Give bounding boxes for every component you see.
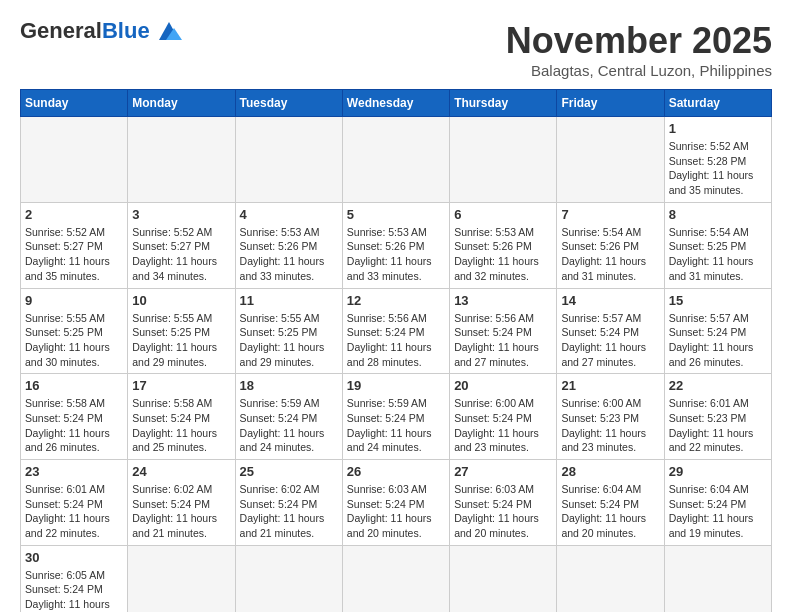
empty-cell [557,545,664,612]
day-cell: 19 Sunrise: 5:59 AMSunset: 5:24 PMDaylig… [342,374,449,460]
header-monday: Monday [128,90,235,117]
title-block: November 2025 Balagtas, Central Luzon, P… [506,20,772,79]
day-cell: 12 Sunrise: 5:56 AMSunset: 5:24 PMDaylig… [342,288,449,374]
day-cell: 5 Sunrise: 5:53 AMSunset: 5:26 PMDayligh… [342,202,449,288]
day-number: 17 [132,378,230,393]
day-info: Sunrise: 5:55 AMSunset: 5:25 PMDaylight:… [240,311,338,370]
day-info: Sunrise: 5:56 AMSunset: 5:24 PMDaylight:… [347,311,445,370]
day-cell: 22 Sunrise: 6:01 AMSunset: 5:23 PMDaylig… [664,374,771,460]
calendar-table: Sunday Monday Tuesday Wednesday Thursday… [20,89,772,612]
empty-cell [342,545,449,612]
day-cell: 11 Sunrise: 5:55 AMSunset: 5:25 PMDaylig… [235,288,342,374]
day-cell: 10 Sunrise: 5:55 AMSunset: 5:25 PMDaylig… [128,288,235,374]
calendar-row: 23 Sunrise: 6:01 AMSunset: 5:24 PMDaylig… [21,460,772,546]
day-cell: 4 Sunrise: 5:53 AMSunset: 5:26 PMDayligh… [235,202,342,288]
calendar-row: 16 Sunrise: 5:58 AMSunset: 5:24 PMDaylig… [21,374,772,460]
day-cell: 26 Sunrise: 6:03 AMSunset: 5:24 PMDaylig… [342,460,449,546]
calendar-row: 30 Sunrise: 6:05 AMSunset: 5:24 PMDaylig… [21,545,772,612]
day-number: 30 [25,550,123,565]
logo: General Blue [20,20,184,42]
calendar-row: 2 Sunrise: 5:52 AMSunset: 5:27 PMDayligh… [21,202,772,288]
empty-cell [128,545,235,612]
day-info: Sunrise: 6:05 AMSunset: 5:24 PMDaylight:… [25,568,123,612]
day-cell: 7 Sunrise: 5:54 AMSunset: 5:26 PMDayligh… [557,202,664,288]
header-saturday: Saturday [664,90,771,117]
calendar-row: 9 Sunrise: 5:55 AMSunset: 5:25 PMDayligh… [21,288,772,374]
day-number: 10 [132,293,230,308]
day-number: 25 [240,464,338,479]
day-number: 18 [240,378,338,393]
day-number: 16 [25,378,123,393]
day-info: Sunrise: 5:54 AMSunset: 5:26 PMDaylight:… [561,225,659,284]
day-number: 5 [347,207,445,222]
day-info: Sunrise: 5:55 AMSunset: 5:25 PMDaylight:… [25,311,123,370]
day-cell: 24 Sunrise: 6:02 AMSunset: 5:24 PMDaylig… [128,460,235,546]
day-cell: 1 Sunrise: 5:52 AMSunset: 5:28 PMDayligh… [664,117,771,203]
day-number: 15 [669,293,767,308]
header-friday: Friday [557,90,664,117]
location: Balagtas, Central Luzon, Philippines [506,62,772,79]
empty-cell [450,117,557,203]
day-number: 8 [669,207,767,222]
empty-cell [235,117,342,203]
day-info: Sunrise: 5:54 AMSunset: 5:25 PMDaylight:… [669,225,767,284]
day-info: Sunrise: 5:53 AMSunset: 5:26 PMDaylight:… [347,225,445,284]
day-number: 6 [454,207,552,222]
day-cell: 14 Sunrise: 5:57 AMSunset: 5:24 PMDaylig… [557,288,664,374]
day-number: 14 [561,293,659,308]
weekday-header-row: Sunday Monday Tuesday Wednesday Thursday… [21,90,772,117]
empty-cell [450,545,557,612]
day-info: Sunrise: 6:04 AMSunset: 5:24 PMDaylight:… [669,482,767,541]
empty-cell [342,117,449,203]
day-number: 21 [561,378,659,393]
day-info: Sunrise: 5:52 AMSunset: 5:27 PMDaylight:… [132,225,230,284]
day-number: 24 [132,464,230,479]
day-cell: 27 Sunrise: 6:03 AMSunset: 5:24 PMDaylig… [450,460,557,546]
day-number: 9 [25,293,123,308]
empty-cell [21,117,128,203]
day-info: Sunrise: 6:03 AMSunset: 5:24 PMDaylight:… [347,482,445,541]
day-info: Sunrise: 6:03 AMSunset: 5:24 PMDaylight:… [454,482,552,541]
day-info: Sunrise: 6:00 AMSunset: 5:23 PMDaylight:… [561,396,659,455]
day-info: Sunrise: 6:00 AMSunset: 5:24 PMDaylight:… [454,396,552,455]
day-number: 13 [454,293,552,308]
day-number: 23 [25,464,123,479]
day-cell: 18 Sunrise: 5:59 AMSunset: 5:24 PMDaylig… [235,374,342,460]
day-number: 20 [454,378,552,393]
day-cell: 29 Sunrise: 6:04 AMSunset: 5:24 PMDaylig… [664,460,771,546]
day-info: Sunrise: 6:01 AMSunset: 5:23 PMDaylight:… [669,396,767,455]
day-info: Sunrise: 5:58 AMSunset: 5:24 PMDaylight:… [132,396,230,455]
day-number: 19 [347,378,445,393]
day-info: Sunrise: 5:53 AMSunset: 5:26 PMDaylight:… [240,225,338,284]
day-cell: 9 Sunrise: 5:55 AMSunset: 5:25 PMDayligh… [21,288,128,374]
header-thursday: Thursday [450,90,557,117]
day-info: Sunrise: 5:58 AMSunset: 5:24 PMDaylight:… [25,396,123,455]
day-number: 3 [132,207,230,222]
day-cell: 15 Sunrise: 5:57 AMSunset: 5:24 PMDaylig… [664,288,771,374]
month-title: November 2025 [506,20,772,62]
empty-cell [128,117,235,203]
day-cell: 28 Sunrise: 6:04 AMSunset: 5:24 PMDaylig… [557,460,664,546]
day-cell: 30 Sunrise: 6:05 AMSunset: 5:24 PMDaylig… [21,545,128,612]
logo-general-text: General [20,20,102,42]
day-number: 4 [240,207,338,222]
day-number: 27 [454,464,552,479]
logo-blue-text: Blue [102,20,150,42]
day-number: 28 [561,464,659,479]
day-cell: 21 Sunrise: 6:00 AMSunset: 5:23 PMDaylig… [557,374,664,460]
day-info: Sunrise: 6:04 AMSunset: 5:24 PMDaylight:… [561,482,659,541]
day-cell: 13 Sunrise: 5:56 AMSunset: 5:24 PMDaylig… [450,288,557,374]
day-number: 26 [347,464,445,479]
header-tuesday: Tuesday [235,90,342,117]
calendar-row: 1 Sunrise: 5:52 AMSunset: 5:28 PMDayligh… [21,117,772,203]
day-info: Sunrise: 5:57 AMSunset: 5:24 PMDaylight:… [561,311,659,370]
day-number: 2 [25,207,123,222]
day-info: Sunrise: 5:59 AMSunset: 5:24 PMDaylight:… [240,396,338,455]
day-info: Sunrise: 5:52 AMSunset: 5:28 PMDaylight:… [669,139,767,198]
day-info: Sunrise: 6:02 AMSunset: 5:24 PMDaylight:… [240,482,338,541]
day-cell: 6 Sunrise: 5:53 AMSunset: 5:26 PMDayligh… [450,202,557,288]
day-cell: 25 Sunrise: 6:02 AMSunset: 5:24 PMDaylig… [235,460,342,546]
page-header: General Blue November 2025 Balagtas, Cen… [20,20,772,79]
empty-cell [664,545,771,612]
day-number: 7 [561,207,659,222]
